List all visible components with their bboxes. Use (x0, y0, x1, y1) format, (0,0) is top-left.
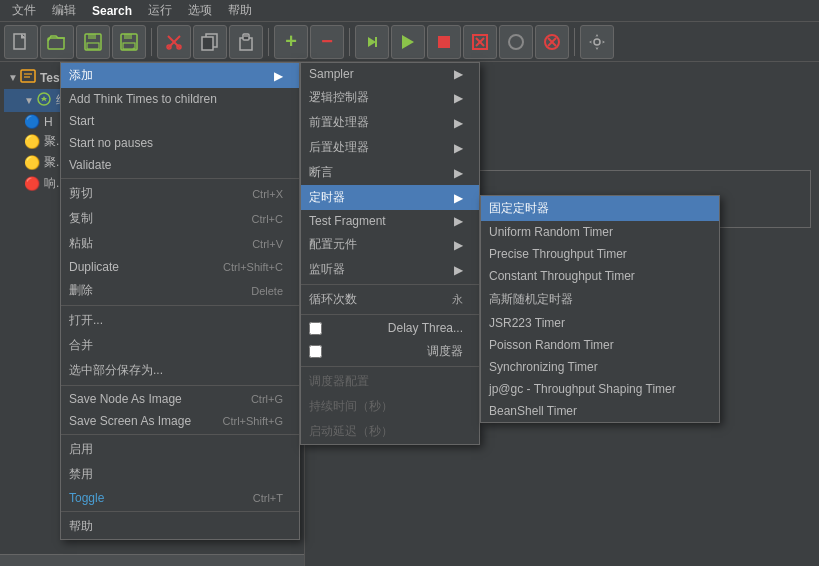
toolbar-save-btn[interactable] (76, 25, 110, 59)
ctx-item-paste-shortcut: Ctrl+V (252, 238, 283, 250)
toolbar-cut-btn[interactable] (157, 25, 191, 59)
ctx-item-save-node-img-label: Save Node As Image (69, 392, 182, 406)
menu-edit[interactable]: 编辑 (44, 0, 84, 21)
ctx-item-copy[interactable]: 复制 Ctrl+C (61, 206, 299, 231)
toolbar-start-btn[interactable] (391, 25, 425, 59)
ctx2-listener[interactable]: 监听器 ▶ (301, 257, 479, 282)
ctx-item-start-no-pauses[interactable]: Start no pauses (61, 132, 299, 154)
tree-icon-3: 🟡 (24, 155, 40, 170)
menu-file[interactable]: 文件 (4, 0, 44, 21)
menu-search[interactable]: Search (84, 2, 140, 20)
ctx3-jpgc-throughput[interactable]: jp@gc - Throughput Shaping Timer (481, 378, 719, 400)
toolbar-stop2-btn[interactable] (463, 25, 497, 59)
ctx2-scheduler-cb[interactable] (309, 345, 322, 358)
menu-options[interactable]: 选项 (180, 0, 220, 21)
ctx2-postproc-arrow: ▶ (454, 141, 463, 155)
ctx-item-save-selection-label: 选中部分保存为... (69, 362, 163, 379)
ctx2-config[interactable]: 配置元件 ▶ (301, 232, 479, 257)
ctx-sep-1 (61, 178, 299, 179)
toolbar-saveas-btn[interactable]: + (112, 25, 146, 59)
ctx3-synchronizing-label: Synchronizing Timer (489, 360, 598, 374)
ctx-sep-5 (61, 511, 299, 512)
ctx2-fragment[interactable]: Test Fragment ▶ (301, 210, 479, 232)
ctx2-listener-arrow: ▶ (454, 263, 463, 277)
ctx-item-toggle-shortcut: Ctrl+T (253, 492, 283, 504)
ctx3-synchronizing[interactable]: Synchronizing Timer (481, 356, 719, 378)
menu-help[interactable]: 帮助 (220, 0, 260, 21)
ctx2-logic[interactable]: 逻辑控制器 ▶ (301, 85, 479, 110)
tree-icon-testplan (20, 68, 36, 87)
ctx2-assert-arrow: ▶ (454, 166, 463, 180)
ctx2-listener-label: 监听器 (309, 261, 345, 278)
ctx3-fixed-timer[interactable]: 固定定时器 (481, 196, 719, 221)
left-panel-scrollbar[interactable] (0, 554, 304, 566)
ctx3-poisson-random[interactable]: Poisson Random Timer (481, 334, 719, 356)
ctx-item-save-node-img[interactable]: Save Node As Image Ctrl+G (61, 388, 299, 410)
ctx-item-validate-label: Validate (69, 158, 111, 172)
ctx-item-toggle[interactable]: Toggle Ctrl+T (61, 487, 299, 509)
ctx-item-delete[interactable]: 删除 Delete (61, 278, 299, 303)
ctx-item-add-label: 添加 (69, 67, 93, 84)
toolbar-new-btn[interactable] (4, 25, 38, 59)
svg-rect-3 (88, 34, 96, 39)
ctx-item-save-screen-img-shortcut: Ctrl+Shift+G (222, 415, 283, 427)
ctx3-uniform-random[interactable]: Uniform Random Timer (481, 221, 719, 243)
ctx3-precise-throughput[interactable]: Precise Throughput Timer (481, 243, 719, 265)
ctx2-logic-arrow: ▶ (454, 91, 463, 105)
toolbar-remove-btn[interactable]: − (310, 25, 344, 59)
ctx2-delay-thread-cb[interactable] (309, 322, 322, 335)
ctx3-jpgc-throughput-label: jp@gc - Throughput Shaping Timer (489, 382, 676, 396)
ctx-item-copy-label: 复制 (69, 210, 93, 227)
ctx2-delay-thread[interactable]: Delay Threa... (301, 317, 479, 339)
ctx-sep-4 (61, 434, 299, 435)
toolbar-stop3-btn[interactable] (535, 25, 569, 59)
toolbar-paste-btn[interactable] (229, 25, 263, 59)
ctx-item-help[interactable]: 帮助 (61, 514, 299, 539)
ctx2-loop-count-label: 循环次数 (309, 291, 357, 308)
ctx2-duration: 持续时间（秒） (301, 394, 479, 419)
svg-rect-4 (87, 43, 99, 49)
ctx-item-paste[interactable]: 粘贴 Ctrl+V (61, 231, 299, 256)
ctx2-postproc[interactable]: 后置处理器 ▶ (301, 135, 479, 160)
svg-point-25 (509, 35, 523, 49)
ctx-item-toggle-label: Toggle (69, 491, 104, 505)
ctx2-loop-count[interactable]: 循环次数 永 (301, 287, 479, 312)
ctx-item-open[interactable]: 打开... (61, 308, 299, 333)
ctx2-sampler-arrow: ▶ (454, 67, 463, 81)
toolbar-add-btn[interactable]: + (274, 25, 308, 59)
menu-run[interactable]: 运行 (140, 0, 180, 21)
ctx2-timer[interactable]: 定时器 ▶ (301, 185, 479, 210)
ctx2-logic-label: 逻辑控制器 (309, 89, 369, 106)
ctx2-scheduler[interactable]: 调度器 (301, 339, 479, 364)
ctx-item-enable[interactable]: 启用 (61, 437, 299, 462)
ctx-item-validate[interactable]: Validate (61, 154, 299, 176)
tree-icon-config (36, 91, 52, 110)
ctx-item-disable[interactable]: 禁用 (61, 462, 299, 487)
ctx3-beanshell[interactable]: BeanShell Timer (481, 400, 719, 422)
ctx-item-cut[interactable]: 剪切 Ctrl+X (61, 181, 299, 206)
ctx-item-duplicate[interactable]: Duplicate Ctrl+Shift+C (61, 256, 299, 278)
ctx2-fragment-arrow: ▶ (454, 214, 463, 228)
ctx-item-save-node-img-shortcut: Ctrl+G (251, 393, 283, 405)
ctx3-gauss-random[interactable]: 高斯随机定时器 (481, 287, 719, 312)
toolbar-expand-btn[interactable] (355, 25, 389, 59)
toolbar-settings-btn[interactable] (580, 25, 614, 59)
ctx2-preproc[interactable]: 前置处理器 ▶ (301, 110, 479, 135)
toolbar-open-btn[interactable] (40, 25, 74, 59)
ctx3-constant-throughput[interactable]: Constant Throughput Timer (481, 265, 719, 287)
ctx-item-duplicate-label: Duplicate (69, 260, 119, 274)
toolbar-copy-btn[interactable] (193, 25, 227, 59)
ctx3-jsr223[interactable]: JSR223 Timer (481, 312, 719, 334)
ctx2-assert[interactable]: 断言 ▶ (301, 160, 479, 185)
ctx-item-cut-shortcut: Ctrl+X (252, 188, 283, 200)
ctx2-sampler[interactable]: Sampler ▶ (301, 63, 479, 85)
ctx-item-save-selection[interactable]: 选中部分保存为... (61, 358, 299, 383)
ctx-item-merge[interactable]: 合并 (61, 333, 299, 358)
toolbar-circle-btn[interactable] (499, 25, 533, 59)
ctx-item-think-times[interactable]: Add Think Times to children (61, 88, 299, 110)
ctx-item-add[interactable]: 添加 ▶ (61, 63, 299, 88)
ctx-item-enable-label: 启用 (69, 441, 93, 458)
toolbar-stop-btn[interactable] (427, 25, 461, 59)
ctx-item-save-screen-img[interactable]: Save Screen As Image Ctrl+Shift+G (61, 410, 299, 432)
ctx-item-start[interactable]: Start (61, 110, 299, 132)
